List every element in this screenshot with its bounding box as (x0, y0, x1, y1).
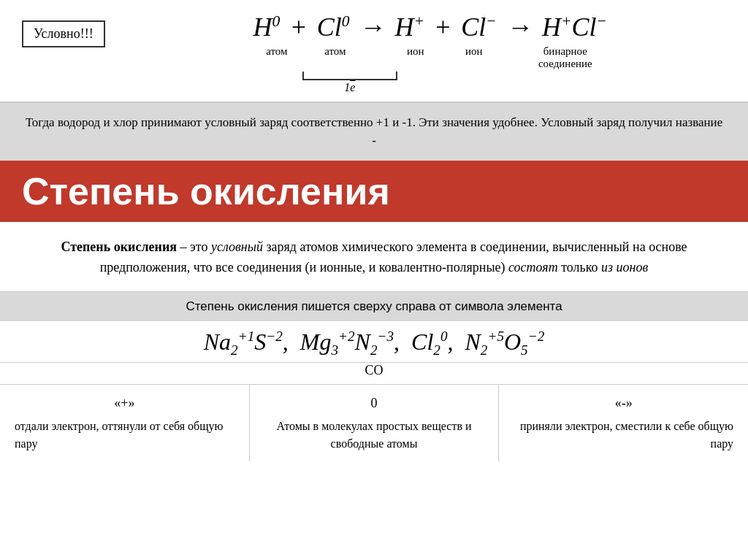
label-atom1: атом (248, 45, 306, 70)
co-label: СО (0, 363, 748, 384)
electron-bracket: 1e (302, 72, 397, 94)
bracket-left (302, 72, 350, 80)
col-plus-header: «+» (15, 394, 234, 413)
gray-section: Тогда водород и хлор принимают условный … (0, 103, 748, 161)
red-header-section: Степень окисления (0, 161, 748, 222)
col-minus-text: приняли электрон, сместили к себе общую … (514, 418, 733, 453)
uslovno-box: Условно!!! (22, 20, 105, 47)
electron-bracket-area: 1e (134, 72, 726, 94)
eq-Cl0: Cl0 (317, 13, 350, 42)
col-zero-header: 0 (264, 394, 484, 413)
red-header-title: Степень окисления (22, 169, 726, 213)
definition-text: Степень окисления – это условный заряд а… (22, 237, 726, 279)
table-col-zero: 0 Атомы в молекулах простых веществ и св… (250, 385, 500, 461)
table-col-plus: «+» отдали электрон, оттянули от себя об… (0, 385, 250, 461)
col-minus-header: «-» (514, 394, 733, 413)
def-italic2: состоят (508, 260, 558, 275)
def-italic3: из ионов (601, 260, 648, 275)
label-binary: бинарное соединение (518, 45, 613, 70)
bracket-right (350, 72, 397, 80)
eq-arrow2: → (500, 13, 539, 42)
gray-text: Тогда водород и хлор принимают условный … (26, 115, 723, 148)
uslovno-text: Условно!!! (34, 26, 94, 41)
eq-plus1: + (283, 13, 313, 42)
bracket-line (302, 72, 397, 80)
eq-arrow1: → (352, 13, 392, 42)
rule-text: Степень окисления пишется сверху справа … (186, 299, 562, 313)
rule-section: Степень окисления пишется сверху справа … (0, 292, 748, 321)
formula-section: Na2+1S−2, Mg3+2N2−3, Cl20, N2+5O5−2 (0, 321, 748, 362)
main-equation: H0 + Cl0 → H+ + Cl− → H+Cl− (134, 13, 726, 42)
eq-HCl: H+Cl− (542, 13, 607, 42)
label-ion2: ион (445, 45, 503, 70)
formula-display: Na2+1S−2, Mg3+2N2−3, Cl20, N2+5O5−2 (22, 329, 726, 358)
label-atom2: атом (306, 45, 365, 70)
eq-Clminus: Cl− (461, 13, 497, 42)
labels-row: атом атом ион ион бинарное соединение (134, 45, 726, 70)
table-col-minus: «-» приняли электрон, сместили к себе об… (499, 385, 748, 461)
equation-area: H0 + Cl0 → H+ + Cl− → H+Cl− атом атом ио… (134, 13, 726, 94)
label-ion1: ион (386, 45, 445, 70)
def-italic1: условный (211, 239, 263, 254)
top-section: Условно!!! H0 + Cl0 → H+ + Cl− → H+Cl− а… (0, 0, 748, 103)
bottom-table: «+» отдали электрон, оттянули от себя об… (0, 384, 748, 461)
eq-Hplus: H+ (394, 13, 424, 42)
col-plus-text: отдали электрон, оттянули от себя общую … (15, 418, 234, 453)
col-zero-text: Атомы в молекулах простых веществ и своб… (264, 418, 484, 453)
eq-plus2: + (427, 13, 458, 42)
def-bold: Степень окисления (61, 239, 177, 254)
eq-H0: H0 (253, 13, 280, 42)
def-dash: – это (177, 239, 211, 254)
def-rest2: только (558, 260, 601, 275)
definition-section: Степень окисления – это условный заряд а… (0, 222, 748, 293)
electron-label: 1e (344, 81, 355, 94)
